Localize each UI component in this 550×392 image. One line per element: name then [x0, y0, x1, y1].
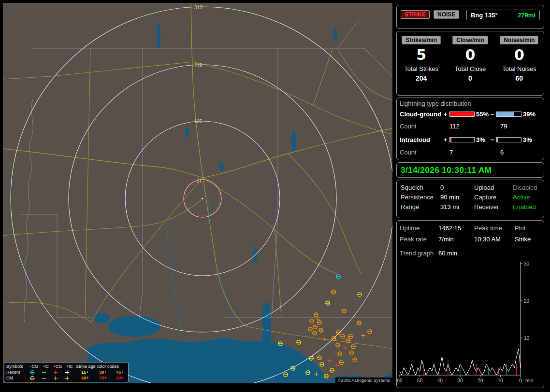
trend-window-value: 60 min	[438, 250, 457, 257]
svg-text:30: 30	[524, 261, 530, 266]
map-legend-grid: Symbols-CG-IC+CG+ICStrike age color code…	[6, 364, 126, 381]
strike-mode-button[interactable]: STRIKE	[401, 10, 430, 19]
rates-grid: Strikes/min 5 Total Strikes 204 Close/mi…	[397, 31, 544, 82]
ring-label-219: 219	[194, 63, 203, 68]
noises-per-min-value: 0	[500, 48, 538, 62]
cloud-ground-label: Cloud-ground	[400, 111, 441, 118]
total-close-label: Total Close	[452, 65, 488, 72]
noise-mode-button[interactable]: NOISE	[434, 10, 459, 19]
svg-text:20: 20	[478, 378, 483, 383]
cg-minus-sign: −	[491, 111, 494, 118]
legend-symbol-plus-icon	[52, 370, 63, 375]
total-close-value: 0	[452, 74, 488, 82]
total-strikes-label: Total Strikes	[402, 65, 441, 72]
map-land	[3, 3, 392, 383]
ic-minus-sign: −	[491, 136, 494, 143]
persistence-label: Persistence	[401, 194, 434, 201]
svg-text:60: 60	[397, 378, 403, 383]
cg-plus-sign: +	[444, 111, 448, 118]
legend-symbol-plus-icon	[63, 376, 76, 381]
range-value: 313 mi	[440, 203, 459, 210]
cg-minus-bar	[496, 112, 521, 117]
strikes-per-min-value: 5	[402, 48, 441, 62]
strikes-per-min-header[interactable]: Strikes/min	[402, 36, 441, 44]
ic-plus-sign: +	[444, 136, 448, 143]
ic-minus-pct: 3%	[523, 136, 532, 143]
legend-cell: Old	[6, 375, 29, 381]
cg-plus-pct: 55%	[476, 111, 489, 118]
rates-col-noises: Noises/min 0 Total Noises 60	[500, 35, 538, 82]
peak-time-value: 10:30 AM	[474, 236, 501, 243]
uptime-value: 1462:15	[438, 224, 461, 232]
cg-count-label: Count	[400, 123, 417, 130]
legend-cell: 30+	[94, 369, 112, 375]
legend-cell: +IC	[63, 364, 76, 369]
legend-symbol-plus-icon	[63, 370, 76, 375]
ic-minus-bar	[496, 137, 521, 142]
rates-section: Strikes/min 5 Total Strikes 204 Close/mi…	[396, 31, 544, 96]
squelch-value: 0	[440, 184, 444, 191]
cg-minus-count: 79	[500, 123, 507, 130]
range-label: Range	[401, 203, 419, 210]
ic-plus-count: 7	[449, 149, 453, 156]
svg-text:50: 50	[417, 378, 423, 383]
legend-cell: -IC	[40, 364, 52, 369]
receiver-label: Receiver	[474, 203, 499, 210]
date-time: 3/14/2026 10:30:11 AM	[401, 166, 492, 175]
peak-rate-value: 7/min	[438, 236, 454, 243]
copyright-text: ©2005 Astrogenic Systems	[335, 378, 392, 383]
rates-col-close: Close/min 0 Total Close 0	[452, 35, 488, 82]
plot-value: Strike	[515, 236, 531, 243]
legend-cell: +CG	[52, 364, 63, 369]
squelch-label: Squelch	[401, 184, 423, 191]
legend-symbol-plus-icon	[52, 376, 63, 381]
receiver-status: Enabled	[513, 203, 536, 210]
bearing-readout: Bng 135° 279mi	[466, 10, 540, 20]
close-per-min-value: 0	[452, 48, 488, 62]
total-strikes-value: 204	[402, 74, 441, 82]
lightning-map[interactable]: 313 219 125 31 Symbols-CG-IC+CG+ICStrike…	[3, 3, 392, 383]
svg-text:20: 20	[524, 298, 530, 304]
svg-text:30: 30	[457, 378, 463, 383]
legend-cell: 75+	[94, 375, 112, 381]
bearing-value: Bng 135°	[471, 12, 498, 19]
total-noises-label: Total Noises	[500, 65, 538, 72]
cg-plus-bar	[449, 112, 475, 117]
intracloud-label: Intracloud	[400, 136, 430, 143]
legend-cell: 60+	[76, 375, 94, 381]
peak-rate-label: Peak rate	[400, 236, 427, 243]
trend-graph-label: Trend graph	[400, 250, 434, 257]
rates-col-strikes: Strikes/min 5 Total Strikes 204	[402, 35, 441, 82]
clock-section: 3/14/2026 10:30:11 AM	[396, 162, 544, 178]
map-svg[interactable]: 313 219 125 31	[3, 3, 392, 383]
ring-label-125: 125	[194, 119, 203, 124]
legend-cell: Recent	[6, 369, 29, 375]
upload-status: Disabled	[513, 184, 537, 191]
total-noises-value: 60	[500, 74, 538, 82]
bearing-distance: 279mi	[518, 12, 536, 19]
ic-plus-bar	[449, 137, 475, 142]
ic-count-label: Count	[400, 149, 417, 156]
noises-per-min-header[interactable]: Noises/min	[500, 36, 538, 44]
svg-text:10: 10	[524, 336, 530, 341]
trend-graph: 3020106050403020100min	[397, 259, 545, 386]
legend-symbol-dash-icon	[40, 370, 52, 375]
capture-status: Active	[513, 194, 530, 201]
legend-cell: 90+	[112, 375, 128, 381]
status-panel: STRIKE NOISE Bng 135° 279mi Strikes/min …	[395, 3, 546, 389]
ring-label-31: 31	[196, 178, 202, 183]
legend-cell: -CG	[29, 364, 40, 369]
ic-plus-pct: 3%	[476, 136, 485, 143]
detector-location	[202, 197, 203, 199]
upload-label: Upload	[474, 184, 494, 191]
stats-section: Uptime 1462:15 Peak time Plot Peak rate …	[396, 220, 544, 388]
close-per-min-header[interactable]: Close/min	[452, 36, 488, 44]
svg-text:10: 10	[498, 378, 504, 383]
cg-plus-count: 112	[449, 123, 460, 130]
capture-label: Capture	[474, 194, 496, 201]
legend-cell: Symbols	[6, 364, 29, 369]
uptime-label: Uptime	[400, 224, 420, 232]
legend-cell: 15+	[76, 369, 94, 375]
legend-symbol-dash-icon	[40, 376, 52, 381]
plot-label: Plot	[515, 224, 525, 232]
